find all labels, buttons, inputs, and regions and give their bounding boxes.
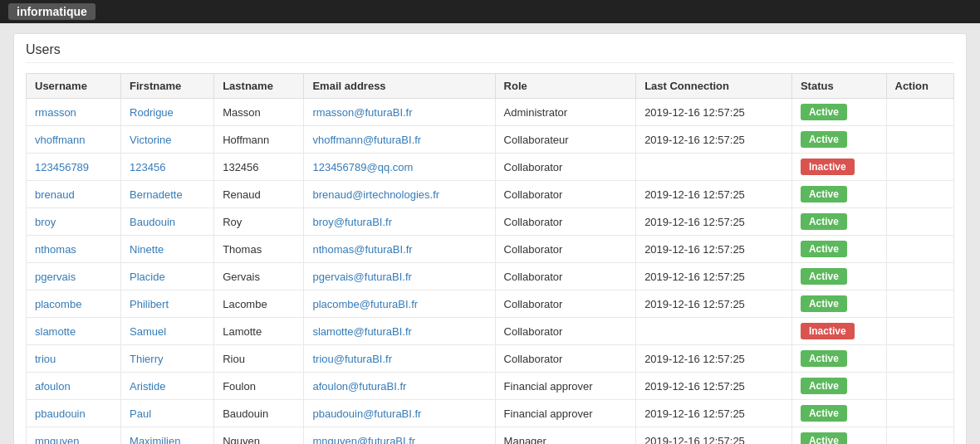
table-row[interactable]: placombe Philibert Lacombe placombe@futu… [27,290,954,318]
table-row[interactable]: vhoffmann Victorine Hoffmann vhoffmann@f… [27,126,954,154]
status-badge: Active [801,405,847,422]
cell-status: Active [791,400,886,427]
cell-lastname: Nguyen [214,427,304,445]
cell-action [886,181,954,208]
cell-username[interactable]: placombe [27,290,121,318]
cell-role: Collaborator [495,181,636,208]
cell-email[interactable]: broy@futuraBI.fr [304,208,495,236]
table-body: rmasson Rodrigue Masson rmasson@futuraBI… [27,99,954,445]
cell-role: Collaborator [495,154,636,181]
col-firstname: Firstname [121,74,214,99]
col-action: Action [886,74,954,99]
table-row[interactable]: slamotte Samuel Lamotte slamotte@futuraB… [27,318,954,345]
cell-username[interactable]: afoulon [27,373,121,400]
table-row[interactable]: broy Baudouin Roy broy@futuraBI.fr Colla… [27,208,954,236]
cell-username[interactable]: mnguyen [27,427,121,445]
table-header: Username Firstname Lastname Email addres… [27,74,954,99]
cell-email[interactable]: slamotte@futuraBI.fr [304,318,495,345]
cell-lastname: Thomas [214,236,304,263]
table-row[interactable]: nthomas Ninette Thomas nthomas@futuraBI.… [27,236,954,263]
cell-lastname: Roy [214,208,304,236]
table-row[interactable]: afoulon Aristide Foulon afoulon@futuraBI… [27,373,954,400]
cell-lastname: Foulon [214,373,304,400]
status-badge: Active [801,213,847,230]
cell-username[interactable]: rmasson [27,99,121,126]
cell-status: Active [791,290,886,318]
cell-username[interactable]: brenaud [27,181,121,208]
cell-firstname: Bernadette [121,181,214,208]
status-badge: Active [801,131,847,148]
cell-lastname: Baudouin [214,400,304,427]
cell-status: Active [791,345,886,373]
cell-firstname: Ninette [121,236,214,263]
cell-firstname: Thierry [121,345,214,373]
users-table: Username Firstname Lastname Email addres… [26,73,954,444]
cell-username[interactable]: vhoffmann [27,126,121,154]
table-row[interactable]: triou Thierry Riou triou@futuraBI.fr Col… [27,345,954,373]
cell-last-connection: 2019-12-16 12:57:25 [636,126,792,154]
cell-lastname: Lacombe [214,290,304,318]
cell-role: Manager [495,427,636,445]
cell-lastname: 132456 [214,154,304,181]
cell-email[interactable]: vhoffmann@futuraBI.fr [304,126,495,154]
cell-username[interactable]: triou [27,345,121,373]
cell-role: Administrator [495,99,636,126]
cell-last-connection: 2019-12-16 12:57:25 [636,345,792,373]
table-row[interactable]: pbaudouin Paul Baudouin pbaudouin@futura… [27,400,954,427]
cell-email[interactable]: pbaudouin@futuraBI.fr [304,400,495,427]
cell-last-connection [636,154,792,181]
cell-last-connection: 2019-12-16 12:57:25 [636,208,792,236]
cell-email[interactable]: brenaud@irtechnologies.fr [304,181,495,208]
cell-lastname: Renaud [214,181,304,208]
cell-role: Collaborator [495,208,636,236]
cell-last-connection: 2019-12-16 12:57:25 [636,263,792,290]
cell-firstname: Rodrigue [121,99,214,126]
cell-firstname: Samuel [121,318,214,345]
cell-email[interactable]: mnguyen@futuraBI.fr [304,427,495,445]
table-row[interactable]: brenaud Bernadette Renaud brenaud@irtech… [27,181,954,208]
cell-firstname: Maximilien [121,427,214,445]
cell-role: Financial approver [495,400,636,427]
cell-email[interactable]: rmasson@futuraBI.fr [304,99,495,126]
cell-username[interactable]: broy [27,208,121,236]
cell-action [886,263,954,290]
cell-username[interactable]: slamotte [27,318,121,345]
cell-username[interactable]: pbaudouin [27,400,121,427]
cell-email[interactable]: afoulon@futuraBI.fr [304,373,495,400]
cell-email[interactable]: placombe@futuraBI.fr [304,290,495,318]
status-badge: Active [801,241,847,257]
cell-username[interactable]: 123456789 [27,154,121,181]
table-row[interactable]: mnguyen Maximilien Nguyen mnguyen@futura… [27,427,954,445]
cell-email[interactable]: pgervais@futuraBI.fr [304,263,495,290]
cell-status: Inactive [791,318,886,345]
status-badge: Inactive [801,323,855,339]
status-badge: Active [801,268,847,285]
cell-role: Collaborator [495,345,636,373]
table-row[interactable]: pgervais Placide Gervais pgervais@futura… [27,263,954,290]
cell-role: Collaborator [495,236,636,263]
col-status: Status [791,74,886,99]
cell-email[interactable]: triou@futuraBI.fr [304,345,495,373]
cell-lastname: Masson [214,99,304,126]
table-row[interactable]: 123456789 123456 132456 123456789@qq.com… [27,154,954,181]
status-badge: Active [801,378,847,394]
cell-firstname: Victorine [121,126,214,154]
top-bar: informatique [0,0,980,23]
cell-status: Active [791,126,886,154]
cell-lastname: Riou [214,345,304,373]
cell-status: Active [791,373,886,400]
cell-email[interactable]: nthomas@futuraBI.fr [304,236,495,263]
cell-email[interactable]: 123456789@qq.com [304,154,495,181]
cell-action [886,318,954,345]
cell-username[interactable]: pgervais [27,263,121,290]
section-title: Users [26,42,954,63]
cell-firstname: Paul [121,400,214,427]
cell-action [886,290,954,318]
table-row[interactable]: rmasson Rodrigue Masson rmasson@futuraBI… [27,99,954,126]
col-role: Role [495,74,636,99]
cell-firstname: Baudouin [121,208,214,236]
cell-username[interactable]: nthomas [27,236,121,263]
status-badge: Active [801,186,847,202]
cell-status: Active [791,208,886,236]
cell-last-connection: 2019-12-16 12:57:25 [636,373,792,400]
